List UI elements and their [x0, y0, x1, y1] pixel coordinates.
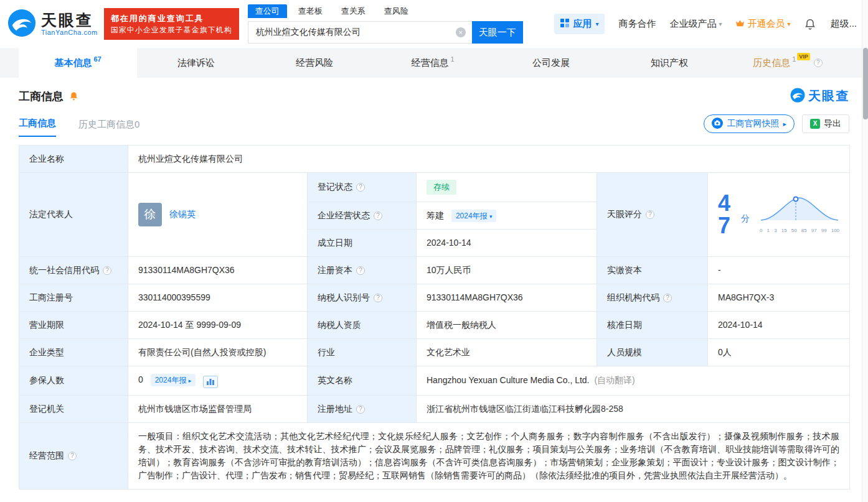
field-label-establish-date: 成立日期: [308, 229, 417, 256]
field-label-company-name: 企业名称: [19, 146, 128, 173]
tab-count: 1: [792, 55, 796, 63]
subtab-business-info[interactable]: 工商信息: [19, 118, 56, 137]
field-value-reg-status: 存续: [417, 173, 597, 202]
score-value: 47: [718, 192, 738, 237]
search-button[interactable]: 天眼一下: [472, 21, 523, 44]
field-label-score: 天眼评分?: [597, 173, 708, 257]
field-label-legal-rep: 法定代表人: [19, 173, 128, 257]
search-tab-company[interactable]: 查公司: [248, 4, 287, 18]
field-label-taxpayer-id: 纳税人识别号?: [308, 284, 417, 311]
search-tab-relation[interactable]: 查关系: [334, 4, 373, 18]
field-value-business-scope: 一般项目：组织文化艺术交流活动；其他文化艺术经纪代理；文化娱乐经纪人服务；文艺创…: [128, 422, 850, 489]
tab-basic-info[interactable]: 基本信息67: [19, 48, 137, 78]
field-value-company-name: 杭州业煊文化传媒有限公司: [128, 146, 850, 173]
notification-bell-icon[interactable]: [804, 18, 816, 30]
promo-banner: 都在用的商业查询工具 国家中小企业发展子基金旗下机构: [104, 8, 239, 40]
field-value-reg-address: 浙江省杭州市钱塘区临江街道临江科技孵化园8-258: [417, 395, 850, 422]
promo-line2: 国家中小企业发展子基金旗下机构: [111, 24, 232, 35]
tab-operation-info[interactable]: 经营信息1: [374, 48, 492, 78]
search-tab-risk[interactable]: 查风险: [377, 4, 416, 18]
field-value-approval-date: 2024-10-14: [708, 311, 850, 338]
field-value-english-name: Hangzhou Yexuan Culture Media Co., Ltd. …: [417, 366, 850, 395]
help-icon[interactable]: ?: [68, 452, 77, 460]
tab-intellectual-property[interactable]: 知识产权: [610, 48, 729, 78]
caret-down-icon: ▾: [787, 21, 790, 27]
scrollbar-thumb[interactable]: [863, 48, 868, 119]
annual-report-badge[interactable]: 2024年报 ▾: [451, 210, 497, 222]
tab-count: 1: [450, 55, 454, 63]
field-value-reg-capital: 10万人民币: [417, 256, 597, 284]
clear-search-icon[interactable]: ×: [456, 27, 466, 37]
score-axis: 0131550859799100: [760, 227, 839, 235]
monitor-bell-icon[interactable]: [68, 91, 79, 101]
promo-line1: 都在用的商业查询工具: [111, 12, 232, 25]
help-icon[interactable]: ?: [103, 266, 111, 275]
help-icon[interactable]: ?: [374, 211, 382, 220]
field-value-paid-capital: -: [708, 256, 850, 284]
help-icon[interactable]: ?: [356, 266, 365, 275]
field-label-paid-capital: 实缴资本: [597, 256, 708, 284]
field-value-taxpayer-quality: 增值税一般纳税人: [417, 311, 597, 338]
tianyancha-logo[interactable]: 天眼查 TianYanCha.com: [7, 9, 98, 39]
search-input[interactable]: [248, 21, 472, 44]
field-value-taxpayer-id: 91330114MA8GH7QX36: [417, 284, 597, 311]
tianyancha-watermark: 天眼查: [790, 88, 849, 105]
field-label-reg-number: 工商注册号: [19, 284, 128, 311]
help-icon[interactable]: ?: [646, 210, 654, 219]
export-button[interactable]: X 导出: [802, 114, 849, 133]
section-title: 工商信息: [19, 89, 64, 104]
search-tabs: 查公司 查老板 查关系 查风险: [248, 4, 523, 18]
nav-business-cooperation[interactable]: 商务合作: [618, 18, 656, 30]
tab-legal-proceedings[interactable]: 法律诉讼: [137, 48, 255, 78]
score-widget[interactable]: 47 分 0131550859799100: [718, 192, 839, 237]
field-value-staff-size: 0人: [708, 338, 850, 366]
annual-report-badge[interactable]: 2024年报 ▸: [151, 374, 196, 386]
status-badge: 存续: [427, 180, 456, 195]
search-tab-boss[interactable]: 查老板: [291, 4, 330, 18]
apps-menu[interactable]: 应用 ▾: [554, 14, 605, 34]
field-label-reg-address: 注册地址?: [308, 395, 417, 422]
field-label-reg-status: 登记状态?: [308, 173, 417, 202]
legal-rep-link[interactable]: 徐锡英: [169, 208, 196, 221]
field-value-score: 47 分 0131550859799100: [708, 173, 850, 257]
nav-enterprise-products[interactable]: 企业级产品 ▾: [669, 18, 722, 30]
field-value-org-code: MA8GH7QX-3: [708, 284, 850, 311]
field-label-approval-date: 核准日期: [597, 311, 708, 338]
field-value-establish-date: 2024-10-14: [417, 229, 597, 256]
field-label-org-code: 组织机构代码?: [597, 284, 708, 311]
field-value-insured-count: 0 2024年报 ▸: [128, 366, 308, 395]
field-value-legal-rep: 徐 徐锡英: [128, 173, 308, 257]
brand-domain: TianYanCha.com: [41, 29, 98, 36]
nav-open-vip[interactable]: 开通会员 ▾: [735, 18, 790, 30]
apps-grid-icon: [560, 19, 569, 29]
tab-history-info[interactable]: 历史信息 1 VIP ?: [729, 48, 847, 78]
field-label-credit-code: 统一社会信用代码?: [19, 256, 128, 284]
field-label-business-term: 营业期限: [19, 311, 128, 338]
field-label-business-scope: 经营范围?: [19, 422, 128, 489]
tab-operation-risk[interactable]: 经营风险: [255, 48, 374, 78]
field-value-company-type: 有限责任公司(自然人投资或控股): [128, 338, 308, 366]
field-label-english-name: 英文名称: [308, 366, 417, 395]
compare-icon[interactable]: [203, 376, 218, 388]
field-label-operating-status: 企业经营状态?: [308, 202, 417, 229]
help-icon[interactable]: ?: [663, 294, 672, 302]
official-snapshot-button[interactable]: 工商官网快照 ▸: [704, 114, 795, 133]
caret-down-icon: ▾: [719, 21, 722, 27]
field-label-industry: 行业: [308, 338, 417, 366]
help-icon[interactable]: ?: [374, 294, 382, 302]
help-icon[interactable]: ?: [356, 183, 365, 192]
score-distribution-chart: 0131550859799100: [760, 194, 839, 235]
legal-rep-avatar[interactable]: 徐: [138, 203, 162, 226]
nav-super-vip[interactable]: 超级...: [830, 18, 857, 30]
field-value-operating-status: 筹建 2024年报 ▾: [417, 202, 597, 229]
help-icon[interactable]: ?: [356, 405, 365, 414]
help-icon[interactable]: ?: [814, 58, 823, 67]
company-nav-tabs: 基本信息67 法律诉讼 经营风险 经营信息1 公司发展 知识产权 历史信息 1 …: [0, 48, 868, 78]
field-label-taxpayer-quality: 纳税人资质: [308, 311, 417, 338]
top-nav: 应用 ▾ 商务合作 企业级产品 ▾ 开通会员 ▾ 超级...: [554, 14, 857, 34]
apps-menu-label: 应用: [573, 18, 592, 30]
tab-count: 67: [93, 55, 101, 63]
tab-company-development[interactable]: 公司发展: [492, 48, 610, 78]
subtab-history-business-info[interactable]: 历史工商信息0: [78, 119, 139, 137]
search-area: 查公司 查老板 查关系 查风险 × 天眼一下: [248, 4, 523, 44]
